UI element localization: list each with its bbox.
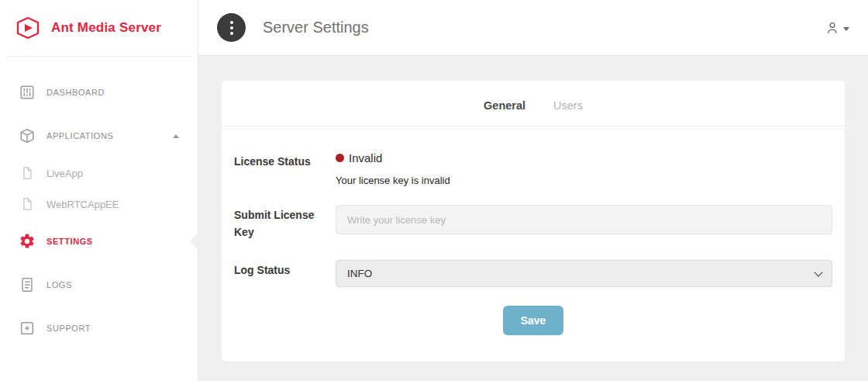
main-content: General Users License Status Invalid You… [198, 56, 868, 381]
log-status-row: Log Status INFO [234, 260, 832, 287]
tab-users[interactable]: Users [553, 99, 583, 112]
sidebar-item-label: APPLICATIONS [46, 131, 113, 140]
license-status: Invalid [336, 151, 832, 165]
gear-icon [19, 233, 36, 250]
collapse-caret-icon [173, 134, 179, 138]
submit-license-row: Submit License Key [234, 205, 832, 241]
sidebar-item-label: DASHBOARD [46, 88, 105, 97]
active-item-notch [190, 233, 198, 250]
submit-license-label: Submit License Key [234, 205, 336, 241]
brand-name: Ant Media Server [51, 20, 161, 36]
license-status-label: License Status [234, 151, 336, 170]
log-status-select[interactable]: INFO [336, 260, 832, 287]
sidebar-divider [6, 56, 191, 57]
license-key-input[interactable] [336, 205, 832, 234]
sidebar-item-support[interactable]: SUPPORT [0, 307, 198, 350]
top-header: Server Settings [198, 0, 868, 56]
settings-form: License Status Invalid Your license key … [222, 126, 845, 335]
user-icon [825, 20, 840, 36]
sidebar-item-applications[interactable]: APPLICATIONS [0, 114, 198, 158]
sidebar-item-liveapp[interactable]: LiveApp [0, 158, 198, 189]
support-icon [19, 320, 36, 337]
sidebar-item-label: SUPPORT [46, 324, 91, 333]
license-status-value: Invalid [349, 151, 382, 165]
brand-logo[interactable]: Ant Media Server [0, 0, 198, 56]
chevron-down-icon [843, 27, 849, 31]
sidebar-item-settings[interactable]: SETTINGS [0, 220, 198, 263]
sidebar-item-logs[interactable]: LOGS [0, 263, 198, 307]
file-icon [20, 197, 34, 211]
settings-tabs: General Users [222, 99, 845, 126]
page-title: Server Settings [263, 19, 369, 36]
sidebar: Ant Media Server DASHBOARD APPLICATIONS [0, 0, 198, 381]
sidebar-item-label: LOGS [46, 280, 72, 289]
tab-general[interactable]: General [484, 99, 525, 112]
file-icon [20, 166, 34, 180]
license-status-row: License Status Invalid Your license key … [234, 151, 832, 186]
ant-media-logo-icon [12, 16, 43, 40]
applications-icon [19, 127, 36, 144]
sidebar-item-label: SETTINGS [46, 237, 93, 246]
settings-card: General Users License Status Invalid You… [222, 81, 845, 362]
logs-icon [19, 276, 36, 293]
status-dot-icon [336, 154, 344, 162]
kebab-menu-button[interactable] [217, 13, 246, 42]
sidebar-item-label: WebRTCAppEE [46, 199, 119, 210]
kebab-menu-icon [230, 21, 233, 24]
save-button[interactable]: Save [503, 306, 564, 335]
license-status-detail: Your license key is invalid [336, 175, 832, 186]
dashboard-icon [19, 84, 36, 101]
user-menu-button[interactable] [825, 20, 849, 36]
log-status-label: Log Status [234, 260, 336, 279]
sidebar-item-label: LiveApp [46, 168, 83, 179]
sidebar-item-webrtcappee[interactable]: WebRTCAppEE [0, 189, 198, 220]
sidebar-item-dashboard[interactable]: DASHBOARD [0, 71, 198, 114]
